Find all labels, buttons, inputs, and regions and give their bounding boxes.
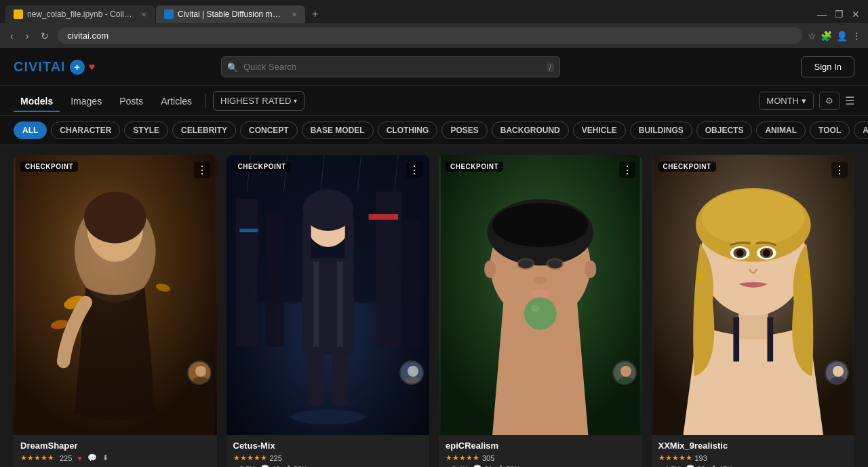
svg-point-64	[803, 274, 809, 280]
nav-divider	[205, 94, 206, 108]
svg-point-40	[518, 259, 533, 268]
downloads-stat: ⬇	[102, 453, 108, 462]
nav-posts[interactable]: Posts	[113, 90, 150, 112]
svg-rect-15	[368, 214, 398, 220]
period-selector[interactable]: MONTH ▾	[759, 92, 814, 110]
stars-icon: ★★★★★	[233, 453, 267, 462]
back-button[interactable]: ‹	[7, 29, 17, 43]
svg-point-47	[585, 261, 596, 278]
card-avatar-epic	[612, 360, 637, 385]
bookmark-icon[interactable]: ☆	[808, 31, 816, 41]
civitai-tab-close[interactable]: ✕	[292, 11, 297, 18]
tab-civitai[interactable]: Civitai | Stable Diffusion models... ✕	[156, 5, 305, 23]
download-icon: ⬇	[498, 464, 504, 467]
svg-point-43	[532, 289, 549, 298]
downloads-stat: ⬇ 45K	[711, 464, 732, 467]
card-title-dreamshaper: DreamShaper	[20, 441, 210, 451]
sign-in-button[interactable]: Sign In	[801, 56, 854, 77]
search-bar: 🔍 /	[221, 56, 560, 77]
colab-tab-title: new_colab_file.ipynb - Collabora...	[27, 10, 134, 19]
svg-rect-28	[336, 262, 342, 351]
comments-stat: 💬 36	[686, 464, 705, 467]
category-objects[interactable]: OBJECTS	[696, 122, 753, 139]
category-style[interactable]: STYLE	[124, 122, 168, 139]
logo-heart-icon[interactable]: ♥	[89, 61, 96, 73]
card-stars-epic: ★★★★★ 305	[446, 453, 635, 462]
card-image-container: CHECKPOINT ⋮	[14, 155, 217, 435]
logo[interactable]: CIVITAI + ♥	[14, 59, 95, 75]
colab-tab-icon	[14, 10, 23, 19]
svg-point-42	[534, 276, 546, 284]
card-badge-epic: CHECKPOINT	[446, 162, 503, 172]
address-input[interactable]: civitai.com	[58, 27, 802, 44]
search-input[interactable]	[221, 56, 560, 77]
nav-right: MONTH ▾ ⚙ ☰	[759, 92, 854, 110]
category-background[interactable]: BACKGROUND	[492, 122, 569, 139]
svg-point-48	[620, 366, 631, 377]
close-icon[interactable]: ✕	[849, 7, 863, 21]
menu-icon[interactable]: ⋮	[852, 31, 861, 41]
comment-icon: 💬	[473, 464, 482, 467]
svg-point-60	[762, 249, 770, 257]
rating-count: 305	[482, 454, 494, 462]
category-character[interactable]: CHARACTER	[51, 122, 120, 139]
category-celebrity[interactable]: CELEBRITY	[172, 122, 236, 139]
category-animal[interactable]: ANIMAL	[756, 122, 806, 139]
tab-extras: — ❐ ✕	[814, 7, 863, 21]
category-tool[interactable]: TOOL	[810, 122, 850, 139]
card-menu-xx[interactable]: ⋮	[831, 162, 848, 178]
card-image	[14, 155, 217, 435]
maximize-icon[interactable]: ❐	[832, 7, 846, 21]
svg-point-3	[84, 191, 146, 243]
card-cetus-mix[interactable]: CHECKPOINT ⋮ Cetus-Mix ★★★★★ 225 ♥ 2.7K …	[226, 155, 430, 467]
nav-articles[interactable]: Articles	[154, 90, 199, 112]
new-tab-button[interactable]: +	[307, 5, 323, 23]
forward-button[interactable]: ›	[22, 29, 33, 43]
card-stats-xx: ♥ 4.5K 💬 36 ⬇ 45K	[658, 464, 848, 467]
card-menu-dreamshaper[interactable]: ⋮	[194, 162, 210, 178]
filter-icon-button[interactable]: ⚙	[819, 92, 840, 110]
heart-icon: ♥	[77, 454, 82, 462]
svg-rect-27	[313, 262, 319, 351]
layout-toggle-button[interactable]: ☰	[845, 94, 854, 107]
svg-point-37	[492, 203, 588, 247]
header-right: Sign In	[801, 56, 854, 77]
category-clothing[interactable]: CLOTHING	[378, 122, 438, 139]
extensions-icon[interactable]: 🧩	[821, 31, 832, 41]
stars-icon: ★★★★★	[446, 453, 479, 462]
card-epicrealism[interactable]: CHECKPOINT ⋮ epiCRealism ★★★★★ 305 ♥ 3.4…	[439, 155, 642, 467]
card-menu-cetus[interactable]: ⋮	[406, 162, 422, 178]
category-all[interactable]: ALL	[14, 122, 47, 139]
browser-chrome: new_colab_file.ipynb - Collabora... ✕ Ci…	[0, 0, 868, 48]
card-badge-cetus: CHECKPOINT	[233, 162, 291, 172]
category-base-model[interactable]: BASE MODEL	[302, 122, 374, 139]
card-image-bg	[14, 155, 217, 435]
category-action[interactable]: ACTION	[854, 122, 868, 139]
colab-tab-close[interactable]: ✕	[141, 11, 146, 18]
category-vehicle[interactable]: VEHICLE	[573, 122, 626, 139]
tab-colab[interactable]: new_colab_file.ipynb - Collabora... ✕	[5, 5, 155, 23]
nav-images[interactable]: Images	[64, 90, 108, 112]
svg-point-65	[833, 366, 844, 377]
comment-icon: 💬	[87, 453, 97, 462]
card-xxmix[interactable]: CHECKPOINT ⋮ XXMix_9realistic ★★★★★ 193 …	[652, 155, 855, 467]
rating-count: 193	[695, 454, 707, 462]
highest-rated-filter[interactable]: HIGHEST RATED ▾	[213, 91, 304, 111]
category-poses[interactable]: POSES	[441, 122, 487, 139]
nav-models[interactable]: Models	[14, 90, 60, 112]
logo-text: CIVITAI	[14, 59, 66, 75]
card-stars-cetus: ★★★★★ 225	[233, 453, 423, 462]
profile-icon[interactable]: 👤	[836, 31, 848, 41]
minimize-icon[interactable]: —	[814, 7, 829, 21]
reload-button[interactable]: ↻	[37, 29, 52, 43]
logo-plus-button[interactable]: +	[70, 60, 85, 75]
comment-icon: 💬	[686, 464, 695, 467]
card-info-dreamshaper: DreamShaper ★★★★★ 225 ♥ 💬 ⬇	[14, 435, 217, 467]
category-concept[interactable]: CONCEPT	[240, 122, 298, 139]
address-bar-row: ‹ › ↻ civitai.com ☆ 🧩 👤 ⋮	[0, 23, 868, 48]
card-menu-epic[interactable]: ⋮	[619, 162, 635, 178]
category-buildings[interactable]: BUILDINGS	[630, 122, 692, 139]
svg-rect-11	[235, 199, 258, 347]
card-dreamshaper[interactable]: CHECKPOINT ⋮ DreamShaper ★★★★★ 225 ♥ 💬 ⬇	[14, 155, 217, 467]
downloads-stat: ⬇ 38K	[285, 464, 307, 467]
